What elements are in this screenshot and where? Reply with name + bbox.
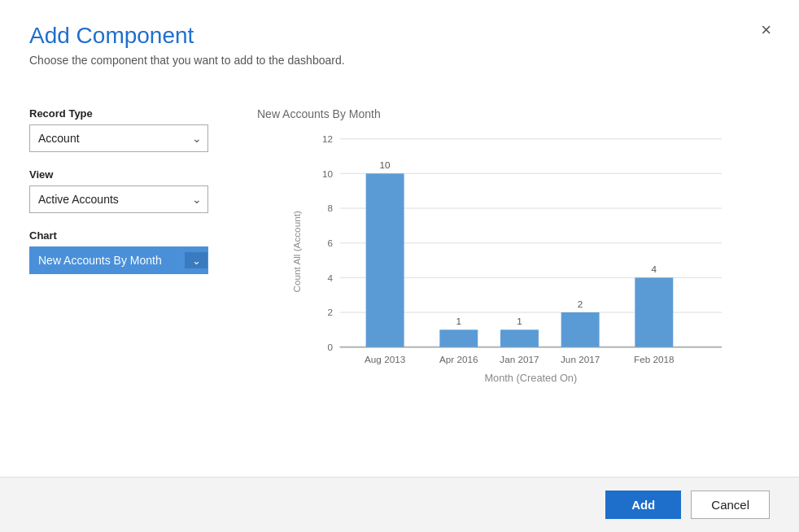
svg-text:Aug 2013: Aug 2013 (365, 354, 405, 364)
view-label: View (29, 168, 225, 181)
svg-text:2: 2 (578, 299, 583, 309)
close-button[interactable]: × (756, 20, 776, 41)
chart-select-wrapper: New Accounts By Month ⌄ (29, 246, 208, 274)
svg-text:2: 2 (328, 307, 334, 317)
bar-apr-2016 (439, 329, 478, 347)
add-component-dialog: Add Component Choose the component that … (0, 0, 799, 532)
add-button[interactable]: Add (605, 491, 681, 519)
svg-text:4: 4 (328, 273, 334, 283)
svg-text:10: 10 (380, 159, 391, 170)
record-type-label: Record Type (29, 107, 225, 120)
svg-text:Count All (Account): Count All (Account) (291, 211, 302, 292)
svg-text:4: 4 (652, 264, 657, 274)
svg-text:1: 1 (456, 316, 462, 326)
chart-title: New Accounts By Month (257, 107, 770, 120)
cancel-button[interactable]: Cancel (691, 491, 770, 519)
dialog-footer: Add Cancel (0, 477, 799, 532)
bar-feb-2018 (635, 277, 673, 347)
right-panel: New Accounts By Month 0 2 4 (257, 94, 770, 464)
svg-text:12: 12 (322, 133, 333, 144)
view-field: View Active Accounts ⌄ (29, 168, 225, 213)
left-panel: Record Type Account ⌄ View Active Accoun… (29, 94, 225, 464)
bar-chart: 0 2 4 6 8 10 12 Count All (Account) 10 (257, 130, 770, 390)
record-type-field: Record Type Account ⌄ (29, 107, 225, 152)
dialog-header: Add Component Choose the component that … (0, 0, 799, 75)
chart-select-value: New Accounts By Month (38, 254, 185, 267)
svg-text:10: 10 (322, 168, 334, 179)
svg-text:6: 6 (328, 238, 334, 248)
svg-text:8: 8 (328, 203, 334, 213)
svg-text:0: 0 (328, 342, 334, 352)
chart-chevron-icon: ⌄ (185, 252, 207, 268)
view-select[interactable]: Active Accounts (29, 185, 208, 213)
chart-field: Chart New Accounts By Month ⌄ (29, 229, 225, 274)
svg-text:Jan 2017: Jan 2017 (500, 354, 539, 364)
chart-label: Chart (29, 229, 225, 242)
record-type-select[interactable]: Account (29, 124, 208, 152)
svg-text:Jun 2017: Jun 2017 (561, 354, 600, 364)
dialog-body: Record Type Account ⌄ View Active Accoun… (0, 75, 799, 477)
bar-jun-2017 (561, 312, 600, 347)
bar-jan-2017 (500, 329, 539, 347)
svg-text:1: 1 (517, 316, 522, 326)
svg-text:Feb 2018: Feb 2018 (634, 354, 675, 364)
chart-select-button[interactable]: New Accounts By Month ⌄ (29, 246, 208, 274)
dialog-title: Add Component (29, 23, 770, 49)
chart-area: 0 2 4 6 8 10 12 Count All (Account) 10 (257, 130, 770, 464)
dialog-subtitle: Choose the component that you want to ad… (29, 54, 770, 67)
svg-text:Apr 2016: Apr 2016 (439, 354, 478, 364)
view-select-wrapper: Active Accounts ⌄ (29, 185, 208, 213)
svg-text:Month (Created On): Month (Created On) (484, 372, 577, 384)
record-type-select-wrapper: Account ⌄ (29, 124, 208, 152)
bar-aug-2013 (366, 173, 404, 347)
